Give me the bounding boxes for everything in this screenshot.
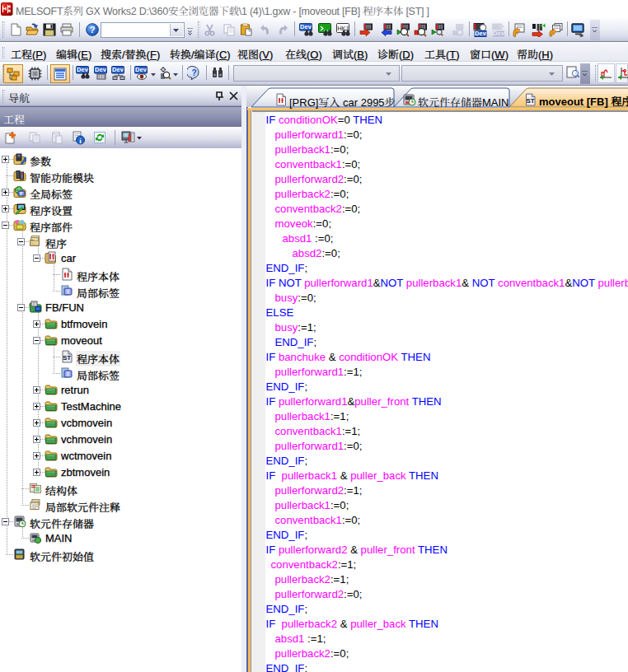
svg-text:Dev: Dev [135,66,148,73]
svg-text:Dev: Dev [112,66,124,73]
svg-text:?: ? [192,68,197,77]
svg-text:?: ? [90,25,96,35]
svg-text:Dev: Dev [300,23,312,30]
svg-text:Dev: Dev [95,66,107,73]
svg-text:Dev: Dev [475,30,487,37]
svg-text:Dev: Dev [493,30,505,37]
svg-text:Dev: Dev [77,66,89,73]
svg-text:ST: ST [63,354,71,362]
svg-text:ST: ST [526,97,534,105]
